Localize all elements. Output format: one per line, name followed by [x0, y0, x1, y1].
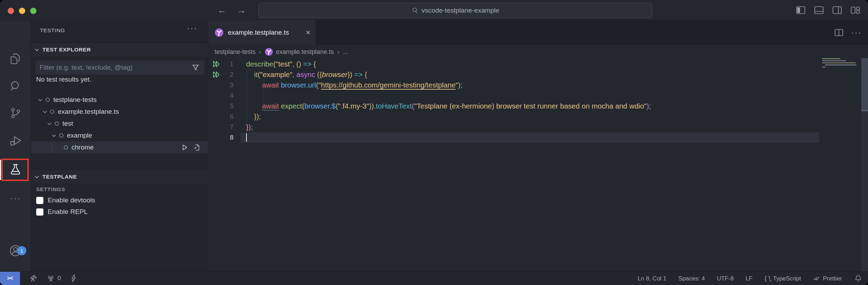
customize-layout-icon[interactable]: [850, 6, 860, 15]
tree-item-chrome[interactable]: chrome: [31, 141, 208, 153]
enable-repl-row: Enable REPL: [36, 208, 88, 216]
code-line-4[interactable]: 4: [208, 90, 868, 101]
toggle-secondary-sidebar-icon[interactable]: [832, 6, 842, 15]
run-test-icon[interactable]: [181, 144, 188, 151]
enable-devtools-label: Enable devtools: [48, 196, 95, 204]
line-number: 8: [224, 134, 233, 141]
chevron-down-icon[interactable]: [51, 133, 57, 138]
additional-views-icon[interactable]: ···: [0, 187, 31, 209]
line-number: 5: [224, 102, 233, 110]
code-line-1[interactable]: 1describe("test", () => {: [208, 59, 868, 69]
command-center-search[interactable]: vscode-testplane-example: [258, 3, 652, 18]
sidebar-title: TESTING: [40, 27, 65, 34]
lightning-icon[interactable]: [70, 274, 77, 283]
line-number: 4: [224, 92, 233, 99]
double-check-icon: ✓✓: [813, 275, 817, 283]
testplane-section-header[interactable]: TESTPLANE: [31, 169, 208, 183]
source-control-icon[interactable]: [0, 102, 31, 124]
forward-arrow-icon[interactable]: →: [237, 4, 246, 16]
test-explorer-section-header[interactable]: TEST EXPLORER: [31, 42, 208, 56]
split-editor-icon[interactable]: [834, 28, 843, 37]
chevron-down-icon: [34, 174, 40, 180]
test-filter-input[interactable]: [35, 61, 204, 75]
close-traffic-light[interactable]: [8, 8, 14, 14]
explorer-icon[interactable]: [0, 48, 31, 70]
minimize-traffic-light[interactable]: [19, 8, 25, 14]
code-line-8[interactable]: 8: [208, 132, 868, 143]
title-bar: ← → vscode-testplane-example: [0, 0, 868, 20]
editor-scrollbar[interactable]: [861, 58, 868, 271]
test-tree: testplane-testsexample.testplane.tsteste…: [31, 94, 208, 153]
code-editor[interactable]: 1describe("test", () => {2 it("example",…: [208, 59, 868, 271]
test-explorer-title: TEST EXPLORER: [42, 47, 91, 53]
tree-item-example.testplane.ts[interactable]: example.testplane.ts: [31, 106, 208, 118]
tree-item-test[interactable]: test: [31, 118, 208, 130]
breadcrumb-separator: ›: [337, 48, 339, 56]
line-number: 1: [224, 60, 233, 68]
minimap[interactable]: [822, 58, 861, 128]
sidebar-more-actions-icon[interactable]: ···: [187, 23, 197, 33]
code-line-3[interactable]: 3 await browser.url("https://github.com/…: [208, 80, 868, 90]
activity-bar: ··· 1 1: [0, 20, 31, 271]
telescope-icon[interactable]: [29, 274, 38, 283]
chevron-down-icon[interactable]: [42, 109, 48, 114]
notifications-bell-icon[interactable]: [854, 274, 862, 283]
testing-highlight-box: [1, 159, 29, 181]
accounts-badge: 1: [17, 246, 26, 255]
formatter-status[interactable]: ✓✓ Prettier: [813, 275, 842, 283]
filter-funnel-icon[interactable]: [192, 64, 199, 71]
run-test-gutter-icon[interactable]: [208, 60, 224, 68]
testplane-file-icon: [215, 28, 224, 37]
tab-example-testplane-ts[interactable]: example.testplane.ts ✕: [208, 20, 316, 45]
sidebar-title-row: TESTING ···: [31, 20, 208, 42]
breadcrumb: testplane-tests›example.testplane.ts›...: [208, 45, 868, 59]
go-to-test-icon[interactable]: [193, 144, 200, 151]
remote-indicator[interactable]: ><: [0, 272, 20, 285]
eol-status[interactable]: LF: [746, 275, 753, 282]
search-view-icon[interactable]: [0, 75, 31, 97]
indent-guide: [52, 141, 52, 153]
breadcrumb-item[interactable]: testplane-tests: [215, 48, 256, 56]
code-line-6[interactable]: 6 });: [208, 111, 868, 122]
chevron-down-icon[interactable]: [47, 121, 52, 126]
zoom-traffic-light[interactable]: [30, 8, 36, 14]
enable-repl-checkbox[interactable]: [36, 208, 43, 216]
back-arrow-icon[interactable]: ←: [217, 4, 226, 16]
tree-item-label: testplane-tests: [53, 96, 97, 104]
chevron-down-icon[interactable]: [38, 97, 43, 103]
breadcrumb-item[interactable]: example.testplane.ts: [265, 48, 334, 56]
run-test-gutter-icon[interactable]: [208, 71, 224, 78]
tree-item-testplane-tests[interactable]: testplane-tests: [31, 94, 208, 106]
breadcrumb-item[interactable]: ...: [343, 48, 348, 56]
ports-status[interactable]: 0: [47, 274, 61, 283]
code-line-5[interactable]: 5 await expect(browser.$(".f4.my-3")).to…: [208, 101, 868, 111]
enable-devtools-row: Enable devtools: [36, 196, 95, 204]
indent-guide: [246, 69, 247, 122]
tree-item-label: example: [67, 132, 92, 139]
enable-repl-label: Enable REPL: [48, 208, 88, 216]
encoding-status[interactable]: UTF-8: [717, 275, 734, 282]
test-state-circle-icon: [63, 145, 69, 150]
code-line-7[interactable]: 7});: [208, 122, 868, 132]
toggle-primary-sidebar-icon[interactable]: [796, 6, 806, 15]
code-line-2[interactable]: 2 it("example", async ({browser}) => {: [208, 69, 868, 80]
tree-item-label: example.testplane.ts: [58, 108, 119, 116]
radio-tower-icon: [47, 274, 55, 283]
project-name: vscode-testplane-example: [422, 7, 500, 14]
run-debug-icon[interactable]: [0, 130, 31, 152]
editor-more-actions-icon[interactable]: ···: [851, 28, 862, 37]
spaces-status[interactable]: Spaces: 4: [678, 275, 705, 282]
line-col-status[interactable]: Ln 8, Col 1: [638, 275, 666, 282]
scrollbar-slider[interactable]: [861, 58, 868, 111]
tab-close-icon[interactable]: ✕: [306, 29, 311, 36]
language-status[interactable]: { }✕ TypeScript: [765, 275, 801, 282]
enable-devtools-checkbox[interactable]: [36, 197, 43, 204]
line-number: 7: [224, 123, 233, 131]
line-number: 6: [224, 113, 233, 120]
settings-label: SETTINGS: [36, 186, 65, 193]
testing-sidebar: TESTING ··· TEST EXPLORER No test result…: [31, 20, 208, 271]
ports-count: 0: [57, 275, 61, 282]
toggle-panel-icon[interactable]: [814, 6, 824, 15]
tree-item-example[interactable]: example: [31, 130, 208, 141]
vscode-window: ← → vscode-testplane-example: [0, 0, 868, 285]
